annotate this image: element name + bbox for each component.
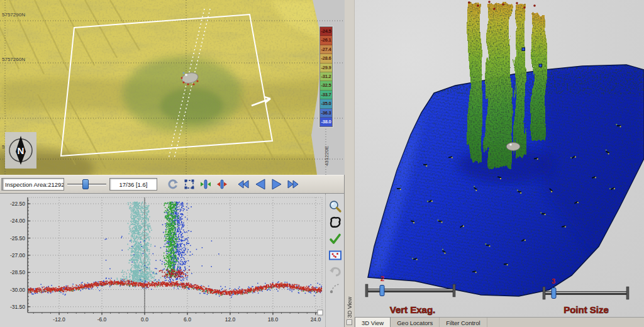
map-canvas[interactable]: 5757290N 5757260N 5757230N 431220E	[0, 0, 345, 175]
profile-line-button[interactable]	[328, 280, 343, 295]
right-pane: 3D View	[345, 0, 644, 327]
map-view-2d[interactable]: 5757290N 5757260N 5757230N 431220E	[0, 0, 345, 175]
lasso-select-button[interactable]	[328, 215, 343, 230]
3d-canvas[interactable]: 2 Vert Exag. 3 Point Size	[355, 0, 644, 317]
plot-tool-palette	[325, 194, 344, 327]
profile-plot-area: -22.50-24.00-25.50-27.00-28.50-30.00-31.…	[0, 194, 344, 327]
wreck-contact-3d	[506, 143, 520, 151]
point-size-label: Point Size	[564, 304, 609, 315]
select-points-icon	[328, 248, 342, 262]
profile-line-icon	[328, 281, 342, 295]
checkmark-icon	[328, 232, 342, 246]
vert-exag-label: Vert Exag.	[390, 304, 436, 315]
point-size-value: 3	[552, 277, 555, 285]
expand-horizontal-icon	[200, 179, 211, 190]
colorbar-entry: -27.4	[320, 45, 332, 54]
tab-3d-view[interactable]: 3D View	[355, 317, 391, 327]
north-arrow-label: N	[18, 145, 25, 156]
colorbar-entry: -28.6	[320, 54, 332, 63]
colorbar-entry: -32.5	[320, 81, 332, 90]
panel-side-label: 3D View	[347, 297, 353, 318]
expand-swath-button[interactable]	[199, 177, 212, 191]
fit-view-icon	[184, 179, 195, 190]
point-cloud-scatter[interactable]	[0, 194, 326, 327]
colorbar-entry: -36.3	[320, 109, 332, 118]
colorbar-entry: -31.2	[320, 72, 332, 81]
next-swath-button[interactable]	[270, 177, 283, 191]
refresh-button[interactable]	[166, 177, 179, 191]
view3d-panel: 2 Vert Exag. 3 Point Size 3D View	[355, 0, 644, 327]
refresh-icon	[167, 179, 179, 190]
last-swath-button[interactable]	[286, 177, 299, 191]
collapse-swath-button[interactable]	[215, 177, 228, 191]
skip-forward-icon	[287, 179, 299, 189]
left-pane: 5757290N 5757260N 5757230N 431220E	[0, 0, 345, 327]
undo-button[interactable]	[328, 264, 343, 279]
first-swath-button[interactable]	[237, 177, 250, 191]
point-size-handle[interactable]	[552, 288, 556, 299]
slider-thumb[interactable]	[82, 179, 89, 189]
survey-editor-window: 5757290N 5757260N 5757230N 431220E	[0, 0, 644, 327]
inspection-toolbar: Inspection Area:2129262 17/36 [1.6]	[0, 175, 344, 194]
north-arrow: N	[5, 132, 36, 169]
lasso-icon	[328, 216, 342, 230]
swath-page-field[interactable]: 17/36 [1.6]	[109, 178, 157, 191]
vert-exag-value: 2	[380, 275, 384, 282]
arrow-right-icon	[271, 179, 282, 190]
inspection-area-label: Inspection Area:2129262	[5, 181, 64, 188]
magnifier-icon	[328, 199, 342, 213]
panel-handle-icon[interactable]	[347, 319, 352, 325]
accept-button[interactable]	[328, 231, 343, 246]
colorbar-entry: -29.9	[320, 64, 332, 72]
right-panel-strip: 3D View	[345, 0, 355, 327]
colorbar-entry: -33.7	[320, 91, 332, 99]
northing-label: 5757260N	[2, 57, 25, 62]
undo-icon	[328, 265, 342, 279]
tab-filter-control[interactable]: Filter Control	[440, 318, 487, 327]
view3d-tabbar: 3D View Geo Locators Filter Control	[355, 317, 644, 327]
easting-label: 431220E	[324, 146, 330, 166]
fit-view-button[interactable]	[182, 177, 196, 191]
depth-colorbar: -24.5-26.1-27.4-28.6-29.9-31.2-32.5-33.7…	[319, 26, 333, 127]
swath-position-slider[interactable]	[67, 179, 106, 190]
colorbar-entry: -24.5	[320, 27, 332, 36]
tab-geo-locators[interactable]: Geo Locators	[391, 318, 440, 327]
inspection-area-field[interactable]: Inspection Area:2129262	[1, 178, 64, 191]
colorbar-entry: -26.1	[320, 36, 332, 45]
skip-backward-icon	[238, 179, 250, 189]
previous-swath-button[interactable]	[253, 177, 267, 191]
arrow-left-icon	[255, 179, 266, 190]
colorbar-entry: -35.0	[320, 99, 332, 108]
zoom-select-button[interactable]	[328, 199, 343, 213]
select-points-button[interactable]	[328, 248, 343, 262]
vert-exag-handle[interactable]	[380, 285, 384, 296]
northing-label: 5757290N	[2, 12, 25, 18]
swath-profile-plot[interactable]: -22.50-24.00-25.50-27.00-28.50-30.00-31.…	[0, 194, 325, 327]
point-cloud-3d-view[interactable]: 2 Vert Exag. 3 Point Size	[355, 0, 644, 317]
collapse-horizontal-icon	[216, 179, 228, 190]
swath-page-label: 17/36 [1.6]	[119, 181, 148, 188]
colorbar-entry: -38.0	[320, 118, 332, 126]
